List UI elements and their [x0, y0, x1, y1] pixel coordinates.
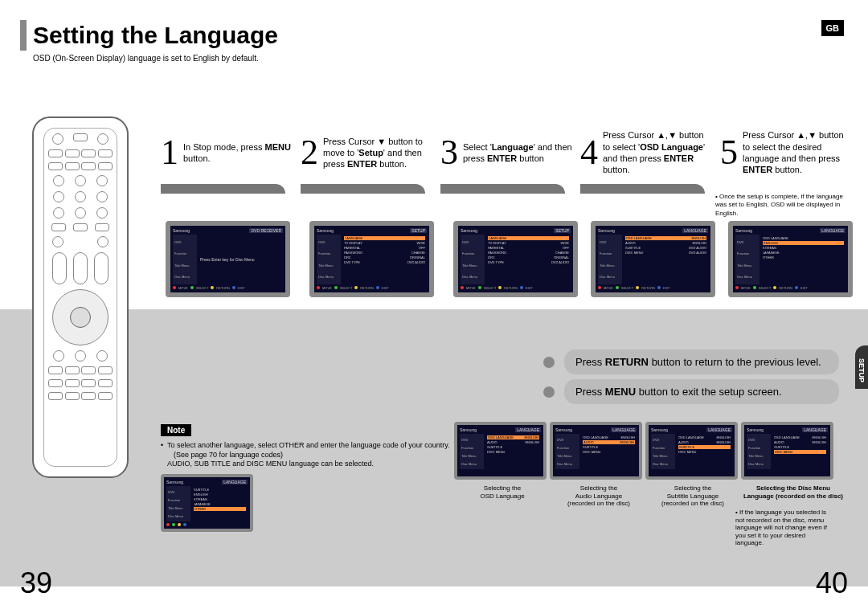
step-text: Press Cursor ▲,▼ button to select the de…	[743, 129, 852, 175]
tv-screenshot-2: SamsungSETUP DVDFunctionTitle MenuDisc M…	[309, 221, 434, 297]
step-text: Select 'Language' and then press ENTER b…	[463, 141, 572, 165]
page-number-left: 39	[20, 566, 52, 600]
step-4: 4 Press Cursor ▲,▼ button to select 'OSD…	[580, 125, 712, 194]
remote-control-illustration	[32, 116, 129, 478]
page-header: Setting the Language OSD (On-Screen Disp…	[20, 20, 844, 63]
step-number: 4	[580, 135, 598, 170]
tv-row-bottom: SamsungLANGUAGE DVDFunctionTitle MenuDis…	[454, 422, 833, 480]
tv-audio-lang: SamsungLANGUAGE DVDFunctionTitle MenuDis…	[550, 422, 642, 480]
tv-row-top: SamsungDVD RECEIVER DVDFunctionTitle Men…	[166, 221, 853, 297]
title-accent	[20, 20, 27, 51]
step5-footnote: • Once the setup is complete, if the lan…	[715, 193, 852, 218]
step-number: 2	[301, 135, 318, 170]
tv-screenshot-1: SamsungDVD RECEIVER DVDFunctionTitle Men…	[166, 221, 290, 297]
caption-footnote: If the language you selected is not reco…	[735, 509, 832, 547]
step-text: Press Cursor ▼ button to move to 'Setup'…	[323, 136, 432, 170]
tv-screenshot-3: SamsungSETUP DVDFunctionTitle MenuDisc M…	[453, 221, 578, 297]
tv-discmenu-lang: SamsungLANGUAGE DVDFunctionTitle MenuDis…	[741, 422, 833, 480]
note-badge: Note	[161, 424, 191, 436]
return-callout: Press RETURN button to return to the pre…	[564, 349, 839, 374]
page-subtitle: OSD (On-Screen Display) language is set …	[33, 54, 844, 63]
caption-audio: Selecting the Audio Language (recorded o…	[559, 484, 639, 508]
step-number: 5	[720, 135, 738, 170]
step-1: 1 In Stop mode, press MENU button.	[161, 125, 293, 194]
note-section: Note To select another language, select …	[161, 422, 450, 471]
caption-osd: Selecting the OSD Language	[466, 484, 538, 500]
step-number: 1	[161, 135, 178, 170]
page-title: Setting the Language	[33, 22, 278, 49]
note-line: To select another language, select OTHER…	[161, 441, 450, 469]
page-number-right: 40	[816, 566, 848, 600]
tv-osd-lang: SamsungLANGUAGE DVDFunctionTitle MenuDis…	[454, 422, 547, 480]
region-badge: GB	[821, 20, 845, 36]
side-tab-setup: SETUP	[855, 345, 868, 389]
caption-discmenu: Selecting the Disc Menu Language (record…	[741, 484, 845, 500]
tv-subtitle-lang: SamsungLANGUAGE DVDFunctionTitle MenuDis…	[645, 422, 738, 480]
tv-screenshot-4: SamsungLANGUAGE DVDFunctionTitle MenuDis…	[591, 221, 715, 297]
step-text: In Stop mode, press MENU button.	[183, 141, 293, 165]
step-text: Press Cursor ▲,▼ button to select 'OSD L…	[603, 129, 712, 175]
step-5: 5 Press Cursor ▲,▼ button to select the …	[720, 125, 852, 194]
tv-screenshot-5: SamsungLANGUAGE DVDFunctionTitle MenuDis…	[728, 221, 853, 297]
caption-subtitle: Selecting the Subtitle Language (recorde…	[653, 484, 733, 508]
step-2: 2 Press Cursor ▼ button to move to 'Setu…	[301, 125, 432, 194]
step-3: 3 Select 'Language' and then press ENTER…	[440, 125, 572, 194]
menu-callout: Press MENU button to exit the setup scre…	[564, 379, 839, 404]
steps-row: 1 In Stop mode, press MENU button. 2 Pre…	[161, 125, 852, 194]
tv-note-screenshot: SamsungLANGUAGE DVDFunctionTitle MenuDis…	[161, 474, 253, 532]
step-number: 3	[440, 135, 458, 170]
